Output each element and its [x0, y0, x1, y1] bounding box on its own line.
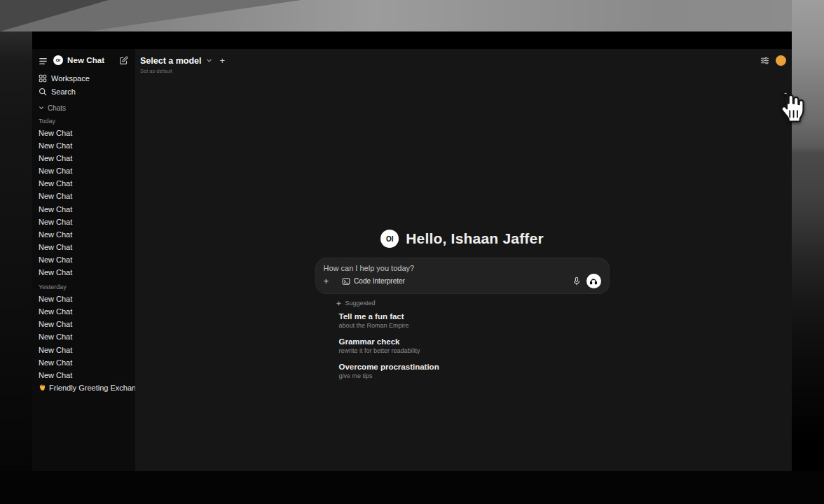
add-model-button[interactable]: +	[220, 56, 226, 65]
input-toolbar: + Code Interpreter	[324, 274, 601, 288]
terminal-icon	[342, 277, 350, 286]
suggested-prompt[interactable]: Tell me a fun fact about the Roman Empir…	[339, 312, 610, 329]
window-top-strip	[32, 31, 792, 49]
chat-list-item[interactable]: New Chat	[39, 203, 135, 216]
suggested-prompt-title: Grammar check	[339, 337, 610, 346]
chats-section-label: Chats	[48, 104, 66, 112]
message-input[interactable]	[324, 264, 601, 272]
chat-list-item[interactable]: New Chat	[39, 330, 135, 343]
suggested-prompts: Tell me a fun fact about the Roman Empir…	[315, 312, 610, 379]
new-chat-pencil-icon[interactable]	[119, 56, 128, 65]
message-input-card: + Code Interpreter	[315, 258, 610, 294]
suggested-prompt-subtitle: give me tips	[339, 372, 610, 379]
suggested-prompt[interactable]: Grammar check rewrite it for better read…	[339, 337, 610, 354]
chat-list-item[interactable]: New Chat	[39, 253, 135, 266]
greeting-text: Hello, Ishaan Jaffer	[406, 230, 544, 247]
chat-list-item[interactable]: New Chat	[39, 266, 135, 279]
chat-list-item[interactable]: New Chat	[39, 216, 135, 228]
background-left-band	[0, 31, 32, 471]
background-wedge	[0, 0, 824, 31]
topbar-right	[760, 55, 786, 66]
sidebar-header: OI New Chat	[39, 55, 135, 66]
settings-sliders-icon[interactable]	[760, 56, 769, 65]
background-bottom-band	[0, 471, 824, 504]
chats-section-header[interactable]: Chats	[39, 103, 135, 113]
search-icon	[39, 88, 47, 96]
set-default-button[interactable]: Set as default	[140, 68, 172, 74]
chat-group-label: Today	[39, 118, 135, 125]
chevron-down-icon	[39, 105, 44, 111]
sidebar: OI New Chat Workspace Search	[32, 49, 135, 471]
sparkle-icon	[336, 300, 342, 307]
chat-list-item[interactable]: New Chat	[39, 356, 135, 369]
chat-list: New ChatNew ChatNew ChatNew ChatNew Chat…	[39, 293, 135, 382]
chat-list-item[interactable]: New Chat	[39, 164, 135, 177]
chat-list-item[interactable]: New Chat	[39, 228, 135, 241]
sidebar-title: New Chat	[67, 56, 104, 64]
microphone-button[interactable]	[572, 276, 581, 286]
sidebar-item-label: Search	[51, 88, 76, 96]
open-webui-window: OI New Chat Workspace Search	[32, 31, 792, 471]
sidebar-item-search[interactable]: Search	[39, 85, 135, 98]
attach-plus-button[interactable]: +	[324, 276, 329, 286]
suggested-prompt-subtitle: about the Roman Empire	[339, 322, 610, 329]
chevron-down-icon	[206, 57, 212, 64]
chat-list-item[interactable]: New Chat	[39, 190, 135, 202]
chat-list-item[interactable]: New Chat	[39, 369, 135, 382]
topbar: Select a model +	[140, 55, 786, 66]
chat-list-item[interactable]: New Chat	[39, 177, 135, 190]
app-logo-icon: OI	[53, 55, 63, 65]
chat-list-item[interactable]: New Chat	[39, 318, 135, 330]
suggested-header: Suggested	[336, 300, 610, 307]
suggested-prompt[interactable]: Overcome procrastination give me tips	[339, 363, 610, 379]
chat-list-item[interactable]: New Chat	[39, 293, 135, 305]
chat-list-item[interactable]: New Chat	[39, 152, 135, 164]
mouse-cursor-hand	[773, 89, 808, 130]
sidebar-item-workspace[interactable]: Workspace	[39, 71, 135, 85]
chat-list-item[interactable]: New Chat	[39, 139, 135, 152]
suggested-label: Suggested	[345, 300, 376, 307]
chat-group-yesterday: Yesterday New ChatNew ChatNew ChatNew Ch…	[39, 284, 135, 394]
background-right-band	[792, 0, 824, 504]
chat-main: Select a model + Set as default	[135, 49, 792, 471]
chat-list-item-friendly-greeting[interactable]: Friendly Greeting Exchange	[39, 382, 135, 394]
app-logo-icon: OI	[380, 230, 399, 248]
code-interpreter-toggle[interactable]: Code Interpreter	[342, 277, 405, 286]
grid-icon	[39, 74, 47, 83]
voice-call-button[interactable]	[586, 274, 601, 288]
model-selector-label: Select a model	[140, 56, 202, 66]
sidebar-toggle-icon[interactable]	[39, 56, 48, 65]
code-interpreter-label: Code Interpreter	[354, 277, 405, 285]
welcome-stack: OI Hello, Ishaan Jaffer + Code Interpret…	[315, 230, 610, 388]
chat-list-item[interactable]: New Chat	[39, 305, 135, 318]
background-top-band	[0, 0, 824, 31]
video-frame: OI New Chat Workspace Search	[0, 0, 824, 504]
chat-list-item-label: Friendly Greeting Exchange	[49, 382, 135, 394]
chat-list-item[interactable]: New Chat	[39, 127, 135, 139]
suggested-prompt-subtitle: rewrite it for better readability	[339, 347, 610, 354]
chat-list-item[interactable]: New Chat	[39, 344, 135, 356]
user-avatar[interactable]	[776, 55, 786, 66]
chat-list: New ChatNew ChatNew ChatNew ChatNew Chat…	[39, 127, 135, 279]
chat-list-item[interactable]: New Chat	[39, 241, 135, 253]
chat-group-today: Today New ChatNew ChatNew ChatNew ChatNe…	[39, 118, 135, 279]
chat-group-label: Yesterday	[39, 284, 135, 290]
greeting: OI Hello, Ishaan Jaffer	[315, 230, 610, 248]
sidebar-item-label: Workspace	[51, 74, 90, 83]
suggested-prompt-title: Overcome procrastination	[339, 363, 610, 371]
suggested-prompt-title: Tell me a fun fact	[339, 312, 610, 321]
model-selector[interactable]: Select a model	[140, 56, 212, 66]
wave-emoji-icon	[39, 384, 46, 391]
